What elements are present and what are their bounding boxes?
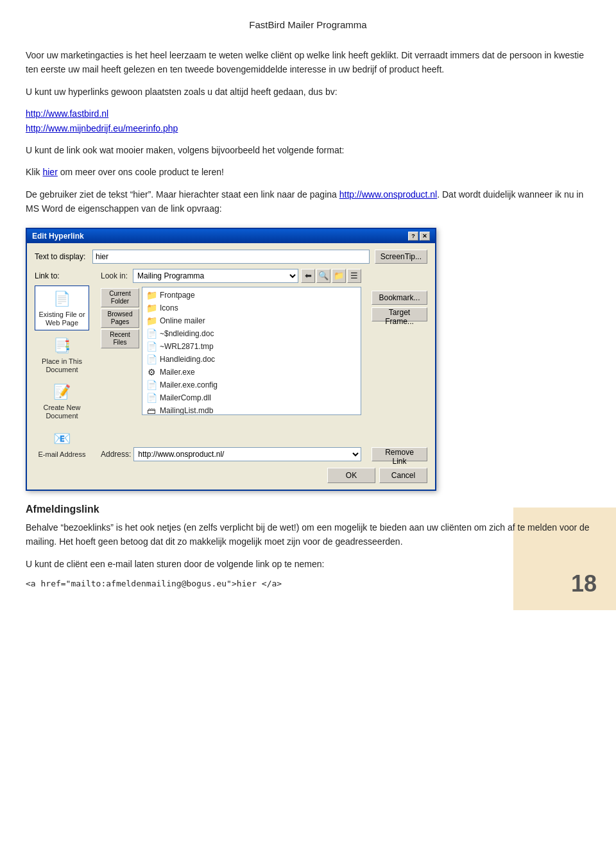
code-line: <a href="mailto:afmeldenmailing@bogus.eu…: [26, 579, 590, 588]
config-icon: 📄: [146, 380, 157, 390]
lookin-icon-group: ⬅ 🔍 📁 ☰: [301, 269, 361, 283]
dialog-titlebar: Edit Hyperlink ? ✕: [27, 229, 435, 243]
mdb-icon: 🗃: [146, 405, 157, 415]
shortcuts-panel: CurrentFolder BrowsedPages RecentFiles: [101, 287, 139, 441]
dialog-body: Text to display: ScreenTip... Link to: 📄…: [27, 243, 435, 490]
link-to-email-address[interactable]: 📧 E-mail Address: [35, 426, 89, 461]
paragraph-2: U kunt uw hyperlinks gewoon plaatsten zo…: [26, 85, 590, 99]
lookin-search-button[interactable]: 🔍: [316, 269, 330, 283]
file-item-wrl[interactable]: 📄~WRL2871.tmp: [144, 340, 359, 353]
file-name: Icons: [160, 303, 178, 312]
dialog-close-button[interactable]: ✕: [420, 232, 430, 241]
file-name: Handleiding.doc: [160, 355, 215, 364]
address-label: Address:: [101, 450, 131, 459]
file-item-handleiding[interactable]: 📄Handleiding.doc: [144, 353, 359, 366]
file-area: CurrentFolder BrowsedPages RecentFiles 📁…: [101, 287, 361, 441]
browsed-pages-button[interactable]: BrowsedPages: [101, 309, 139, 328]
link-to-label: Link to:: [35, 271, 92, 280]
place-in-doc-label: Place in ThisDocument: [42, 357, 82, 374]
file-item-mailer-config[interactable]: 📄Mailer.exe.config: [144, 379, 359, 391]
remove-link-button[interactable]: Remove Link: [372, 447, 427, 461]
doc-icon: 📄: [146, 354, 157, 364]
recent-files-button[interactable]: RecentFiles: [101, 329, 139, 348]
place-in-doc-icon: 📑: [52, 336, 73, 356]
text-display-row: Text to display: ScreenTip...: [35, 250, 427, 264]
dialog-main: Link to: 📄 Existing File orWeb Page 📑 Pl…: [35, 269, 427, 461]
page-title: FastBird Mailer Programma: [26, 19, 590, 30]
paragraph-1: Voor uw marketingacties is het heel leer…: [26, 48, 590, 77]
paragraph-5: De gebruiker ziet de tekst “hier”. Maar …: [26, 187, 590, 216]
titlebar-buttons: ? ✕: [408, 232, 430, 241]
current-folder-button[interactable]: CurrentFolder: [101, 288, 139, 307]
para5-text: De gebruiker ziet de tekst “hier”. Maar …: [26, 189, 339, 200]
existing-file-label: Existing File orWeb Page: [38, 311, 85, 327]
text-display-input[interactable]: [92, 250, 370, 264]
lookin-list-button[interactable]: ☰: [347, 269, 361, 283]
email-address-label: E-mail Address: [38, 450, 86, 459]
create-new-icon: 📝: [52, 382, 73, 402]
paragraph-4: Klik hier om meer over ons coole product…: [26, 165, 590, 179]
dialog-title: Edit Hyperlink: [32, 232, 84, 241]
link-to-create-new[interactable]: 📝 Create NewDocument: [35, 379, 89, 423]
file-item-mailer-exe[interactable]: ⚙Mailer.exe: [144, 366, 359, 379]
link-to-panel: Link to: 📄 Existing File orWeb Page 📑 Pl…: [35, 269, 96, 461]
file-name: Mailer.exe: [160, 368, 195, 377]
dll-icon: 📄: [146, 393, 157, 403]
link-fastbird[interactable]: http://www.fastbird.nl: [26, 108, 108, 119]
link-onsproduct[interactable]: http://www.onsproduct.nl: [339, 189, 438, 200]
cancel-button[interactable]: Cancel: [379, 468, 427, 483]
lookin-back-button[interactable]: ⬅: [301, 269, 315, 283]
section-paragraph-2: U kunt de cliënt een e-mail laten sturen…: [26, 557, 590, 571]
folder-icon: 📁: [146, 316, 157, 326]
bookmark-button[interactable]: Bookmark...: [372, 291, 427, 305]
doc-icon: 📄: [146, 341, 157, 352]
dialog-wrapper: Edit Hyperlink ? ✕ Text to display: Scre…: [26, 228, 590, 491]
look-in-label: Look in:: [101, 271, 128, 280]
file-item-ndleiding[interactable]: 📄~$ndleiding.doc: [144, 327, 359, 340]
file-item-icons[interactable]: 📁Icons: [144, 302, 359, 314]
file-item-mailercomp[interactable]: 📄MailerComp.dll: [144, 391, 359, 404]
exe-icon: ⚙: [146, 367, 157, 377]
para4-text: Klik: [26, 167, 42, 177]
file-name: ~WRL2871.tmp: [160, 342, 214, 351]
section-paragraph: Behalve “bezoeklinks” is het ook netjes …: [26, 520, 590, 549]
file-item-online-mailer[interactable]: 📁Online mailer: [144, 314, 359, 327]
email-address-icon: 📧: [52, 429, 73, 449]
file-browser-panel: Look in: Mailing Programma ⬅ 🔍 📁 ☰: [101, 269, 361, 461]
file-name: MailerComp.dll: [160, 393, 211, 402]
folder-icon: 📁: [146, 290, 157, 300]
dialog-help-button[interactable]: ?: [408, 232, 418, 241]
ok-button[interactable]: OK: [327, 468, 375, 483]
create-new-label: Create NewDocument: [43, 404, 80, 420]
file-name: Frontpage: [160, 291, 195, 300]
doc-icon: 📄: [146, 329, 157, 339]
folder-icon: 📁: [146, 303, 157, 313]
file-list[interactable]: 📁Frontpage 📁Icons 📁Online mailer 📄~$ndle…: [142, 287, 361, 415]
edit-hyperlink-dialog: Edit Hyperlink ? ✕ Text to display: Scre…: [26, 228, 436, 491]
address-row: Address: http://www.onsproduct.nl/: [101, 447, 361, 461]
file-name: Mailer.exe.config: [160, 380, 218, 389]
right-buttons-panel: Bookmark... Target Frame... Remove Link: [366, 269, 427, 461]
target-frame-button[interactable]: Target Frame...: [372, 307, 427, 321]
existing-file-icon: 📄: [52, 289, 73, 309]
file-name: ~$ndleiding.doc: [160, 329, 214, 338]
file-item-frontpage[interactable]: 📁Frontpage: [144, 289, 359, 302]
link-to-existing-file[interactable]: 📄 Existing File orWeb Page: [35, 286, 89, 330]
section-heading: Afmeldingslink: [26, 504, 590, 515]
file-name: MailingList.mdb: [160, 406, 213, 415]
screentip-button[interactable]: ScreenTip...: [375, 250, 427, 264]
lookin-folder-button[interactable]: 📁: [332, 269, 346, 283]
link-to-place-in-doc[interactable]: 📑 Place in ThisDocument: [35, 333, 89, 377]
look-in-row: Look in: Mailing Programma ⬅ 🔍 📁 ☰: [101, 269, 361, 283]
file-item-mailinglist[interactable]: 🗃MailingList.mdb: [144, 404, 359, 415]
para4-end: om meer over ons coole product te leren!: [58, 167, 224, 177]
dialog-footer: OK Cancel: [35, 468, 427, 483]
address-input[interactable]: http://www.onsproduct.nl/: [133, 447, 361, 461]
paragraph-3: U kunt de link ook wat mooier maken, vol…: [26, 143, 590, 157]
text-display-label: Text to display:: [35, 252, 92, 261]
look-in-select[interactable]: Mailing Programma: [133, 269, 298, 283]
link-mijnbedrijf[interactable]: http://www.mijnbedrijf.eu/meerinfo.php: [26, 123, 178, 133]
link-hier[interactable]: hier: [42, 167, 57, 177]
page-number: 18: [571, 570, 597, 597]
file-name: Online mailer: [160, 316, 205, 325]
